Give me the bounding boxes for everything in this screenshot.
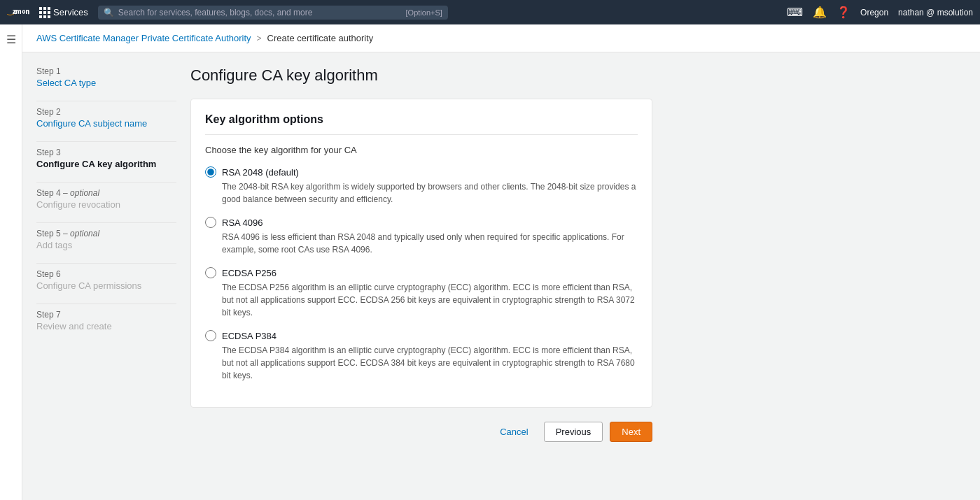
step-2-link[interactable]: Configure CA subject name xyxy=(36,118,147,129)
key-algorithm-card: Key algorithm options Choose the key alg… xyxy=(190,99,652,408)
step-6-label: Step 6 xyxy=(36,269,176,279)
step-4-name: Configure revocation xyxy=(36,199,176,210)
option-ecdsap256-row: ECDSA P256 xyxy=(205,267,638,278)
option-rsa4096-label[interactable]: RSA 4096 xyxy=(222,217,263,228)
option-rsa2048-desc: The 2048-bit RSA key algorithm is widely… xyxy=(222,180,638,206)
step-2-name[interactable]: Configure CA subject name xyxy=(36,118,176,129)
next-button[interactable]: Next xyxy=(610,422,652,442)
services-menu[interactable]: Services xyxy=(35,6,92,20)
steps-panel: Step 1 Select CA type Step 2 Configure C… xyxy=(36,66,176,442)
terminal-icon[interactable]: ⌨ xyxy=(787,6,803,19)
option-ecdsap384-row: ECDSA P384 xyxy=(205,330,638,341)
option-ecdsap384-label[interactable]: ECDSA P384 xyxy=(222,331,276,341)
step-6-name: Configure CA permissions xyxy=(36,280,176,291)
cancel-button[interactable]: Cancel xyxy=(491,422,536,441)
option-ecdsap256: ECDSA P256 The ECDSA P256 algorithm is a… xyxy=(205,267,638,319)
sidebar-toggle-panel: ☰ xyxy=(0,24,22,500)
step-7: Step 7 Review and create xyxy=(36,310,176,331)
breadcrumb-separator: > xyxy=(257,34,262,43)
aws-logo[interactable] xyxy=(7,6,29,20)
bell-icon[interactable]: 🔔 xyxy=(813,6,827,19)
radio-ecdsap384[interactable] xyxy=(205,330,216,341)
radio-rsa2048[interactable] xyxy=(205,166,216,178)
option-rsa4096: RSA 4096 RSA 4096 is less efficient than… xyxy=(205,217,638,256)
step-1: Step 1 Select CA type xyxy=(36,66,176,88)
step-1-name[interactable]: Select CA type xyxy=(36,78,176,88)
step-3: Step 3 Configure CA key algorithm xyxy=(36,148,176,169)
search-bar[interactable]: 🔍 [Option+S] xyxy=(98,6,448,20)
radio-rsa4096[interactable] xyxy=(205,217,216,228)
breadcrumb-link[interactable]: AWS Certificate Manager Private Certific… xyxy=(36,33,251,43)
nav-right: ⌨ 🔔 ❓ Oregon nathan @ msolution xyxy=(787,6,973,19)
region-selector[interactable]: Oregon xyxy=(860,8,888,17)
step-4: Step 4 – optional Configure revocation xyxy=(36,188,176,210)
services-label: Services xyxy=(53,7,88,17)
step-5-label: Step 5 – optional xyxy=(36,229,176,238)
step-7-name: Review and create xyxy=(36,321,176,331)
help-icon[interactable]: ❓ xyxy=(836,6,850,19)
option-ecdsap384: ECDSA P384 The ECDSA P384 algorithm is a… xyxy=(205,330,638,382)
page-title: Configure CA key algorithm xyxy=(190,66,652,85)
grid-icon xyxy=(39,7,50,18)
step-4-label: Step 4 – optional xyxy=(36,188,176,198)
step-7-label: Step 7 xyxy=(36,310,176,320)
step-3-name: Configure CA key algorithm xyxy=(36,159,176,169)
step-1-label: Step 1 xyxy=(36,66,176,76)
option-ecdsap256-desc: The ECDSA P256 algorithm is an elliptic … xyxy=(222,281,638,319)
option-ecdsap256-label[interactable]: ECDSA P256 xyxy=(222,268,276,278)
previous-button[interactable]: Previous xyxy=(544,422,603,442)
step-6: Step 6 Configure CA permissions xyxy=(36,269,176,291)
option-rsa2048-row: RSA 2048 (default) xyxy=(205,166,638,178)
step-5-name: Add tags xyxy=(36,240,176,250)
option-rsa4096-desc: RSA 4096 is less efficient than RSA 2048… xyxy=(222,231,638,256)
page-layout: ☰ AWS Certificate Manager Private Certif… xyxy=(0,24,980,500)
breadcrumb: AWS Certificate Manager Private Certific… xyxy=(22,24,980,52)
user-menu[interactable]: nathan @ msolution xyxy=(898,8,973,17)
breadcrumb-current: Create certificate authority xyxy=(267,33,374,43)
action-bar: Cancel Previous Next xyxy=(190,422,652,442)
step-2: Step 2 Configure CA subject name xyxy=(36,107,176,129)
search-icon: 🔍 xyxy=(104,8,114,17)
search-input[interactable] xyxy=(118,8,402,17)
main-content: AWS Certificate Manager Private Certific… xyxy=(22,24,980,500)
card-title: Key algorithm options xyxy=(205,113,638,135)
step-5: Step 5 – optional Add tags xyxy=(36,229,176,250)
option-rsa4096-row: RSA 4096 xyxy=(205,217,638,228)
step-3-label: Step 3 xyxy=(36,148,176,157)
sidebar-toggle-button[interactable]: ☰ xyxy=(6,33,16,46)
main-panel: Configure CA key algorithm Key algorithm… xyxy=(190,66,652,442)
search-shortcut: [Option+S] xyxy=(406,8,442,17)
option-ecdsap384-desc: The ECDSA P384 algorithm is an elliptic … xyxy=(222,344,638,382)
card-subtitle: Choose the key algorithm for your CA xyxy=(205,145,638,155)
step-2-label: Step 2 xyxy=(36,107,176,117)
option-rsa2048: RSA 2048 (default) The 2048-bit RSA key … xyxy=(205,166,638,206)
radio-ecdsap256[interactable] xyxy=(205,267,216,278)
content-area: Step 1 Select CA type Step 2 Configure C… xyxy=(22,52,980,456)
top-navigation: Services 🔍 [Option+S] ⌨ 🔔 ❓ Oregon natha… xyxy=(0,0,980,24)
option-rsa2048-label[interactable]: RSA 2048 (default) xyxy=(222,167,299,178)
step-1-link[interactable]: Select CA type xyxy=(36,78,96,88)
